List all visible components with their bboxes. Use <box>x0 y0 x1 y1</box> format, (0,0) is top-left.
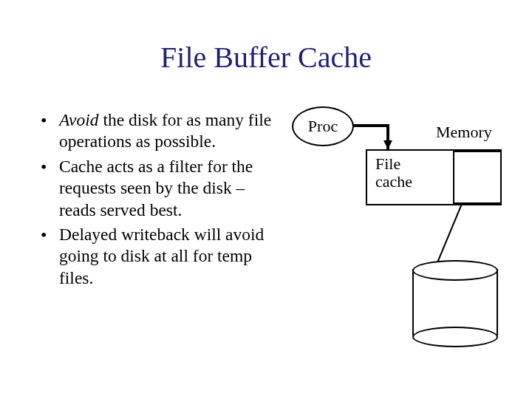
filecache-label-line2: cache <box>375 172 412 191</box>
svg-marker-0 <box>383 140 392 149</box>
bullet-emphasis: Avoid <box>59 110 99 129</box>
bullet-text: Cache acts as a filter for the requests … <box>59 157 253 219</box>
proc-oval: Proc <box>292 106 354 146</box>
filecache-label: File cache <box>375 155 412 191</box>
filecache-box <box>453 151 502 204</box>
memory-label: Memory <box>436 123 492 142</box>
slide-title: File Buffer Cache <box>0 40 532 75</box>
diagram: Memory File cache Proc <box>292 89 521 384</box>
bullet-item: Cache acts as a filter for the requests … <box>41 156 284 221</box>
filecache-label-line1: File <box>375 154 400 173</box>
proc-label: Proc <box>308 117 338 136</box>
bullet-text: Delayed writeback will avoid going to di… <box>59 225 264 287</box>
bullet-item: Delayed writeback will avoid going to di… <box>41 224 284 289</box>
slide: File Buffer Cache Avoid the disk for as … <box>0 0 532 399</box>
disk-cylinder-icon <box>412 260 498 341</box>
bullet-item: Avoid the disk for as many file operatio… <box>41 109 284 153</box>
svg-line-1 <box>436 204 462 266</box>
bullet-list: Avoid the disk for as many file operatio… <box>41 109 284 292</box>
